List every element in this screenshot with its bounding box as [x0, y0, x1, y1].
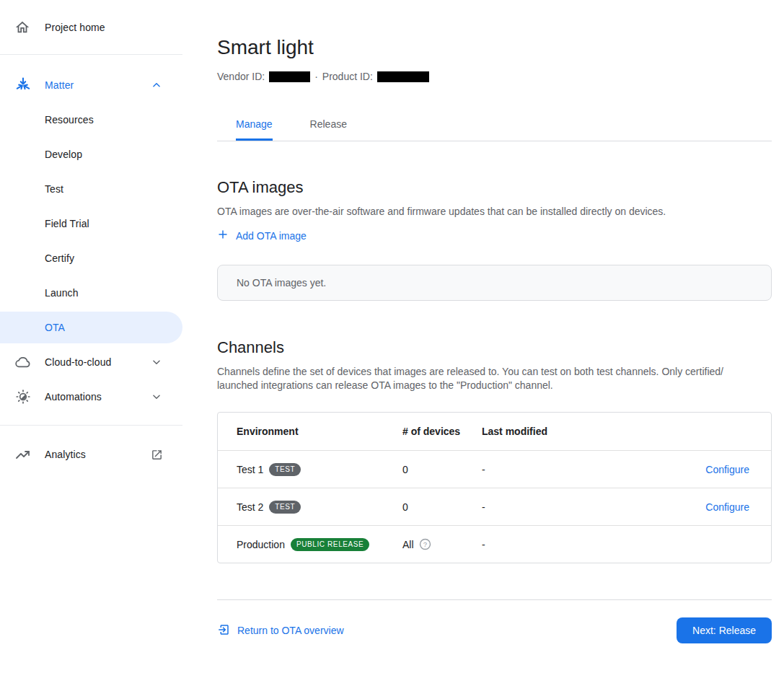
devices-value: All	[402, 539, 414, 550]
separator-dot: ·	[314, 71, 318, 82]
chevron-up-icon	[148, 80, 165, 90]
sidebar-item-label: Certify	[45, 252, 74, 264]
tab-manage[interactable]: Manage	[217, 107, 291, 141]
sidebar-item-automations[interactable]: Automations	[0, 379, 182, 414]
sidebar-item-launch[interactable]: Launch	[0, 276, 182, 310]
last-modified-cell: -	[482, 539, 684, 550]
sidebar-item-project-home[interactable]: Project home	[0, 10, 182, 45]
sidebar-item-resources[interactable]: Resources	[0, 102, 182, 137]
ota-images-heading: OTA images	[217, 177, 772, 198]
devices-cell: 0	[402, 464, 482, 475]
sidebar-item-field-trial[interactable]: Field Trial	[0, 206, 182, 241]
sidebar-item-label: Analytics	[45, 449, 148, 460]
exit-to-app-icon	[217, 623, 230, 638]
open-in-new-icon	[148, 449, 165, 461]
table-row-test-2: Test 2 TEST 0 - Configure	[218, 488, 771, 525]
table-row-test-1: Test 1 TEST 0 - Configure	[218, 450, 771, 488]
add-ota-image-label: Add OTA image	[236, 230, 307, 242]
sidebar-item-label: Field Trial	[45, 218, 89, 229]
product-id-redacted-value	[377, 71, 429, 82]
sidebar: Project home Matter Resources Develop Te…	[0, 0, 182, 673]
last-modified-cell: -	[482, 464, 684, 475]
empty-message: No OTA images yet.	[237, 277, 326, 289]
main-content: Smart light Vendor ID: · Product ID: Man…	[217, 0, 772, 673]
sidebar-item-label: Test	[45, 183, 63, 195]
column-header-last-modified: Last modified	[482, 426, 684, 437]
environment-name: Test 2	[237, 501, 263, 513]
app-window: Project home Matter Resources Develop Te…	[0, 0, 784, 673]
sidebar-item-develop[interactable]: Develop	[0, 137, 182, 172]
table-row-production: Production PUBLIC RELEASE All ? -	[218, 525, 771, 563]
environment-name: Test 1	[237, 464, 263, 475]
home-icon	[14, 19, 33, 36]
sidebar-item-cloud-to-cloud[interactable]: Cloud-to-cloud	[0, 345, 182, 379]
help-icon[interactable]: ?	[419, 538, 431, 550]
chevron-down-icon	[148, 392, 165, 402]
status-badge: TEST	[269, 501, 301, 514]
environment-name: Production	[237, 539, 285, 550]
matter-icon	[14, 76, 33, 94]
add-ota-image-button[interactable]: Add OTA image	[217, 229, 307, 242]
tab-label: Manage	[236, 107, 273, 141]
table-header-row: Environment # of devices Last modified	[218, 413, 771, 450]
next-release-button[interactable]: Next: Release	[677, 617, 772, 643]
footer-actions: Return to OTA overview Next: Release	[217, 617, 772, 643]
status-badge: PUBLIC RELEASE	[291, 538, 369, 551]
devices-cell: 0	[402, 501, 482, 513]
environment-cell: Test 2 TEST	[237, 501, 402, 514]
product-id-label: Product ID:	[322, 71, 373, 82]
sidebar-item-test[interactable]: Test	[0, 172, 182, 206]
sidebar-item-label: Develop	[45, 149, 82, 160]
sidebar-item-label: Launch	[45, 287, 79, 299]
last-modified-cell: -	[482, 501, 684, 513]
sidebar-item-label: OTA	[45, 322, 65, 333]
configure-link[interactable]: Configure	[705, 464, 749, 475]
sidebar-item-label: Automations	[45, 391, 148, 403]
vendor-id-label: Vendor ID:	[217, 71, 265, 82]
status-badge: TEST	[269, 463, 301, 476]
sidebar-item-ota-selected[interactable]: OTA	[0, 312, 182, 343]
return-link-label: Return to OTA overview	[237, 625, 344, 636]
trending-up-icon	[14, 446, 33, 463]
sidebar-item-label: Cloud-to-cloud	[45, 356, 148, 368]
cloud-icon	[14, 353, 33, 371]
sidebar-item-label: Matter	[45, 79, 148, 91]
tab-release[interactable]: Release	[291, 107, 366, 141]
column-header-devices: # of devices	[402, 426, 482, 437]
channels-description: Channels define the set of devices that …	[217, 365, 765, 392]
channels-heading: Channels	[217, 338, 772, 358]
configure-link[interactable]: Configure	[705, 501, 749, 513]
sidebar-item-label: Project home	[45, 22, 165, 33]
vendor-id-redacted-value	[269, 71, 310, 82]
ota-images-empty-state: No OTA images yet.	[217, 265, 772, 301]
tab-bar: Manage Release	[217, 107, 772, 141]
channels-table: Environment # of devices Last modified T…	[217, 412, 772, 563]
page-title: Smart light	[217, 36, 772, 59]
sidebar-item-label: Resources	[45, 114, 94, 126]
column-header-environment: Environment	[237, 426, 402, 437]
automations-icon	[14, 388, 33, 405]
tab-label: Release	[310, 107, 347, 141]
sidebar-item-analytics[interactable]: Analytics	[0, 437, 182, 472]
return-to-ota-overview-link[interactable]: Return to OTA overview	[217, 623, 344, 638]
ota-images-description: OTA images are over-the-air software and…	[217, 205, 765, 219]
svg-text:?: ?	[423, 540, 426, 548]
chevron-down-icon	[148, 357, 165, 367]
footer-divider	[217, 599, 772, 600]
sidebar-item-matter[interactable]: Matter	[0, 68, 182, 102]
vendor-product-line: Vendor ID: · Product ID:	[217, 71, 772, 82]
sidebar-item-certify[interactable]: Certify	[0, 241, 182, 276]
environment-cell: Production PUBLIC RELEASE	[237, 538, 402, 551]
environment-cell: Test 1 TEST	[237, 463, 402, 476]
devices-cell: All ?	[402, 538, 482, 550]
plus-icon	[217, 229, 229, 242]
